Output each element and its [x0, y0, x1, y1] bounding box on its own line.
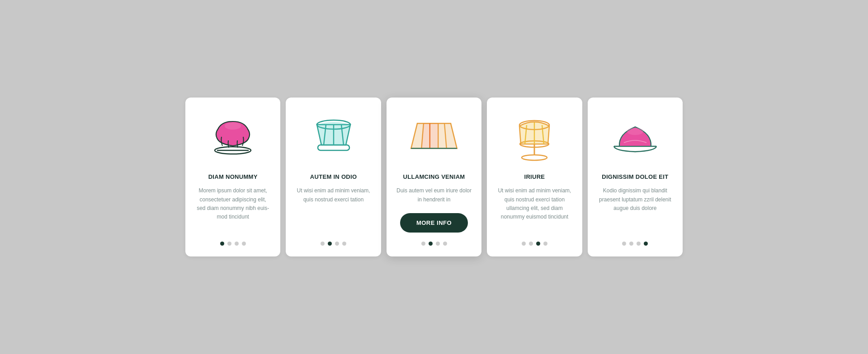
card-5-title: DIGNISSIM DOLOE EIT: [602, 173, 668, 180]
card-3-icon: [407, 111, 461, 161]
card-2: AUTEM IN ODIOUt wisi enim ad minim venia…: [286, 98, 381, 256]
card-5-dots: [622, 242, 648, 246]
card-5-text: Kodio dignissim qui blandit praesent lup…: [598, 186, 673, 232]
card-1-icon: [206, 111, 260, 161]
card-1-dot-3[interactable]: [235, 242, 239, 246]
card-5-dot-4[interactable]: [644, 242, 648, 246]
card-1-dot-2[interactable]: [227, 242, 231, 246]
card-3-text: Duis autem vel eum iriure dolor in hendr…: [396, 186, 472, 204]
card-2-icon: [307, 111, 361, 161]
card-4-dot-4[interactable]: [543, 242, 547, 246]
card-2-dot-4[interactable]: [342, 242, 346, 246]
card-2-text: Ut wisi enim ad minim veniam, quis nostr…: [296, 186, 371, 232]
card-4-dot-2[interactable]: [529, 242, 533, 246]
card-5: DIGNISSIM DOLOE EITKodio dignissim qui b…: [588, 98, 683, 256]
card-3-dot-2[interactable]: [429, 242, 433, 246]
card-4-text: Ut wisi enim ad minim veniam, quis nostr…: [497, 186, 572, 232]
card-5-icon: [608, 111, 662, 161]
card-3-dot-3[interactable]: [436, 242, 440, 246]
card-2-dot-3[interactable]: [335, 242, 339, 246]
card-1-text: Morem ipsum dolor sit amet, consectetuer…: [195, 186, 270, 232]
card-4-dot-3[interactable]: [536, 242, 540, 246]
card-5-dot-3[interactable]: [637, 242, 641, 246]
card-4-dots: [522, 242, 547, 246]
svg-point-1: [225, 122, 241, 130]
card-3-dots: [421, 242, 447, 246]
card-2-dots: [321, 242, 346, 246]
svg-point-13: [522, 155, 547, 160]
card-3-more-info-button[interactable]: MORE INFO: [400, 213, 468, 233]
card-4-icon: [507, 111, 561, 161]
card-2-title: AUTEM IN ODIO: [310, 173, 357, 180]
svg-rect-3: [318, 145, 349, 150]
card-4-title: IRIURE: [524, 173, 545, 180]
card-1: DIAM NONUMMYMorem ipsum dolor sit amet, …: [185, 98, 280, 256]
card-1-dots: [220, 242, 246, 246]
card-5-dot-1[interactable]: [622, 242, 626, 246]
card-4-dot-1[interactable]: [522, 242, 526, 246]
card-2-dot-2[interactable]: [328, 242, 332, 246]
card-3-dot-1[interactable]: [421, 242, 425, 246]
card-1-dot-1[interactable]: [220, 242, 224, 246]
card-1-dot-4[interactable]: [242, 242, 246, 246]
cards-container: DIAM NONUMMYMorem ipsum dolor sit amet, …: [185, 98, 683, 256]
card-4: IRIUREUt wisi enim ad minim veniam, quis…: [487, 98, 582, 256]
svg-point-21: [627, 128, 643, 135]
card-5-dot-2[interactable]: [629, 242, 633, 246]
card-1-title: DIAM NONUMMY: [208, 173, 258, 180]
card-3: ULLAMCING VENIAMDuis autem vel eum iriur…: [387, 98, 481, 256]
card-2-dot-1[interactable]: [321, 242, 325, 246]
card-3-title: ULLAMCING VENIAM: [403, 173, 465, 180]
card-3-dot-4[interactable]: [443, 242, 447, 246]
